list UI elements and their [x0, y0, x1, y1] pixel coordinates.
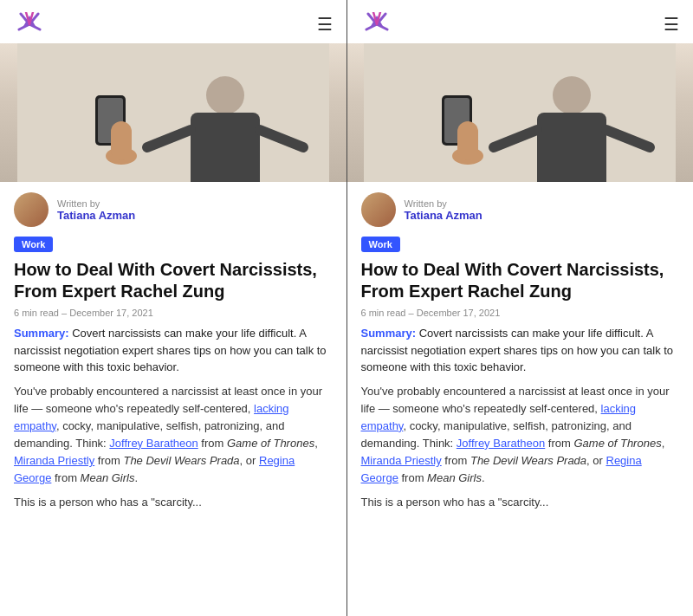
right-hamburger-icon[interactable]: ☰ [664, 14, 679, 35]
right-written-by: Written by [405, 198, 483, 209]
left-author-name[interactable]: Tatiana Azman [57, 209, 135, 222]
left-summary-label: Summary: [14, 327, 69, 340]
right-italic1: Game of Thrones [573, 437, 661, 450]
left-author-row: Written by Tatiana Azman [14, 192, 333, 227]
right-article-body2: This is a person who has a "scarcity... [361, 494, 680, 511]
left-article-body2: This is a person who has a "scarcity... [14, 494, 333, 511]
right-link3[interactable]: Miranda Priestly [361, 454, 442, 467]
right-article-summary: Summary: Covert narcissists can make you… [361, 325, 680, 376]
right-author-info: Written by Tatiana Azman [405, 198, 483, 222]
left-article-content: Written by Tatiana Azman Work How to Dea… [0, 182, 346, 616]
right-body3: from [545, 437, 573, 450]
svg-rect-11 [537, 113, 606, 182]
svg-point-1 [206, 76, 244, 114]
right-hero-illustration [364, 43, 676, 182]
left-link3[interactable]: Miranda Priestly [14, 454, 94, 467]
right-article-body: You've probably encountered a narcissist… [361, 383, 680, 488]
logo-icon [14, 12, 45, 36]
left-header: ☰ [0, 0, 346, 43]
svg-point-10 [553, 76, 591, 114]
left-body4: , [314, 437, 318, 450]
left-italic2: The Devil Wears Prada [123, 454, 239, 467]
left-italic3: Mean Girls [81, 471, 135, 484]
right-author-row: Written by Tatiana Azman [361, 192, 680, 227]
right-header: ☰ [347, 0, 694, 43]
right-summary-label: Summary: [361, 327, 417, 340]
left-panel: ☰ [0, 0, 346, 616]
right-body7: from [398, 471, 427, 484]
right-body4: , [662, 437, 665, 450]
left-body8: . [134, 471, 138, 484]
right-logo-icon [361, 12, 392, 36]
page-wrapper: ☰ [0, 0, 693, 616]
hamburger-icon[interactable]: ☰ [317, 14, 333, 35]
right-panel: ☰ Written by [347, 0, 694, 616]
right-author-avatar [361, 192, 396, 227]
left-body3: from [198, 437, 227, 450]
left-link2[interactable]: Joffrey Baratheon [109, 437, 198, 450]
left-article-meta: 6 min read – December 17, 2021 [14, 308, 333, 318]
right-link2[interactable]: Joffrey Baratheon [457, 437, 545, 450]
right-body8: . [482, 471, 485, 484]
right-article-content: Written by Tatiana Azman Work How to Dea… [347, 182, 694, 616]
right-author-name[interactable]: Tatiana Azman [405, 209, 483, 222]
left-tag-work[interactable]: Work [14, 237, 53, 252]
left-hero-image [0, 43, 346, 182]
right-italic3: Mean Girls [427, 471, 482, 484]
svg-rect-8 [111, 121, 132, 160]
right-italic2: The Devil Wears Prada [470, 454, 586, 467]
left-author-avatar [14, 192, 49, 227]
svg-rect-17 [457, 121, 478, 160]
right-hero-image [347, 43, 694, 182]
left-article-title: How to Deal With Covert Narcissists, Fro… [14, 259, 333, 302]
svg-rect-0 [17, 43, 329, 182]
svg-rect-9 [364, 43, 676, 182]
left-article-body: You've probably encountered a narcissist… [14, 383, 333, 488]
right-tag-work[interactable]: Work [361, 237, 400, 252]
svg-rect-2 [191, 113, 260, 182]
right-body6: , or [586, 454, 606, 467]
right-article-meta: 6 min read – December 17, 2021 [361, 308, 680, 318]
left-body7: from [51, 471, 80, 484]
left-body5: from [94, 454, 123, 467]
right-body5: from [442, 454, 470, 467]
left-body6: , or [240, 454, 259, 467]
left-article-summary: Summary: Covert narcissists can make you… [14, 325, 333, 376]
left-author-info: Written by Tatiana Azman [57, 198, 135, 222]
hero-illustration [17, 43, 329, 182]
left-italic1: Game of Thrones [227, 437, 314, 450]
right-article-title: How to Deal With Covert Narcissists, Fro… [361, 259, 680, 302]
left-written-by: Written by [57, 198, 135, 209]
